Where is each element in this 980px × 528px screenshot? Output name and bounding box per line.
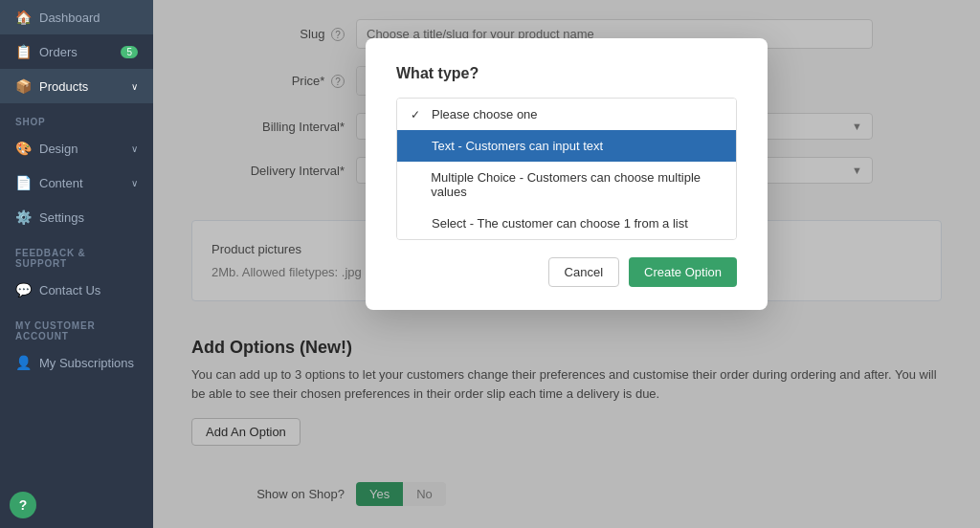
- option-label: Select - The customer can choose 1 from …: [432, 216, 688, 231]
- option-label: Text - Customers can input text: [432, 139, 603, 153]
- sidebar-item-content[interactable]: 📄 Content ∨: [0, 165, 153, 200]
- sidebar-item-contact-us[interactable]: 💬 Contact Us: [0, 273, 153, 307]
- products-icon: 📦: [15, 78, 32, 94]
- settings-icon: ⚙️: [15, 209, 32, 225]
- sidebar-item-label: Design: [39, 142, 78, 156]
- contact-icon: 💬: [15, 282, 32, 297]
- option-multiple-choice[interactable]: Multiple Choice - Customers can choose m…: [397, 162, 736, 208]
- sidebar-item-settings[interactable]: ⚙️ Settings: [0, 200, 153, 234]
- sidebar-item-design[interactable]: 🎨 Design ∨: [0, 131, 153, 165]
- content-chevron-icon: ∨: [131, 178, 138, 188]
- sidebar-item-label: Dashboard: [39, 11, 100, 25]
- feedback-section-label: FEEDBACK & SUPPORT: [0, 234, 153, 273]
- modal-actions: Cancel Create Option: [396, 257, 737, 287]
- sidebar-item-subscriptions[interactable]: 👤 My Subscriptions: [0, 345, 153, 380]
- modal-dialog: What type? ✓ Please choose one Text - Cu…: [366, 38, 768, 310]
- sidebar: 🏠 Dashboard 📋 Orders 5 📦 Products ∨ SHOP…: [0, 0, 153, 528]
- modal-create-button[interactable]: Create Option: [629, 257, 737, 287]
- modal-dropdown-list: ✓ Please choose one Text - Customers can…: [396, 98, 737, 240]
- modal-cancel-button[interactable]: Cancel: [548, 257, 619, 287]
- orders-badge: 5: [121, 46, 138, 58]
- option-text[interactable]: Text - Customers can input text: [397, 130, 736, 162]
- sidebar-item-label: Settings: [39, 210, 84, 225]
- main-content: Slug ? Price* ? $ Billing Interval* ▼: [153, 0, 980, 528]
- sidebar-item-label: Orders: [39, 45, 78, 59]
- sidebar-item-label: Products: [39, 79, 88, 94]
- sidebar-item-label: Content: [39, 176, 83, 190]
- design-chevron-icon: ∨: [131, 143, 138, 154]
- products-chevron-icon: ∨: [131, 81, 138, 92]
- content-icon: 📄: [15, 175, 32, 190]
- option-please-choose[interactable]: ✓ Please choose one: [397, 99, 736, 130]
- modal-title: What type?: [396, 65, 737, 82]
- shop-section-label: SHOP: [0, 103, 153, 131]
- subscriptions-icon: 👤: [15, 355, 32, 370]
- check-icon: ✓: [411, 108, 424, 121]
- sidebar-item-label: My Subscriptions: [39, 356, 134, 370]
- orders-icon: 📋: [15, 44, 32, 59]
- sidebar-item-products[interactable]: 📦 Products ∨: [0, 69, 153, 103]
- dashboard-icon: 🏠: [15, 10, 32, 25]
- modal-overlay: What type? ✓ Please choose one Text - Cu…: [153, 0, 980, 528]
- help-button[interactable]: ?: [10, 492, 36, 518]
- sidebar-item-label: Contact Us: [39, 283, 100, 297]
- option-select[interactable]: Select - The customer can choose 1 from …: [397, 208, 736, 239]
- sidebar-item-dashboard[interactable]: 🏠 Dashboard: [0, 0, 153, 34]
- account-section-label: MY CUSTOMER ACCOUNT: [0, 307, 153, 345]
- sidebar-item-orders[interactable]: 📋 Orders 5: [0, 34, 153, 69]
- option-label: Multiple Choice - Customers can choose m…: [431, 170, 723, 199]
- option-label: Please choose one: [432, 107, 538, 121]
- design-icon: 🎨: [15, 141, 32, 156]
